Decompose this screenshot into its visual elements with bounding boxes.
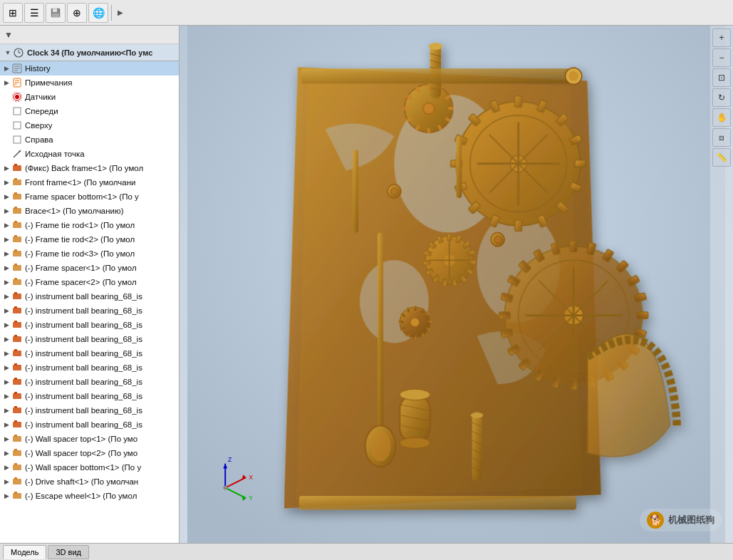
tree-expand-back_frame[interactable]: ▶ — [1, 163, 11, 173]
tree-item-wall_spacer_top2[interactable]: ▶(-) Wall spacer top<2> (По умо — [0, 446, 179, 460]
tree-expand-bearing7[interactable]: ▶ — [1, 377, 11, 387]
tree-item-frame_spacer1[interactable]: ▶(-) Frame spacer<1> (По умол — [0, 261, 179, 275]
tree-icon-wall_spacer_bottom1 — [11, 462, 23, 473]
tree-item-bearing7[interactable]: ▶(-) instrument ball bearing_68_is — [0, 375, 179, 389]
tree-item-bearing9[interactable]: ▶(-) instrument ball bearing_68_is — [0, 403, 179, 418]
tree-item-wall_spacer_bottom1[interactable]: ▶(-) Wall spacer bottom<1> (По у — [0, 460, 179, 475]
filter-icon: ▼ — [4, 30, 13, 40]
tree-expand-bearing4[interactable]: ▶ — [1, 334, 11, 344]
tree-item-frame_tie_rod2[interactable]: ▶(-) Frame tie rod<2> (По умол — [0, 232, 179, 247]
tree-item-escape_wheel1[interactable]: ▶(-) Escape wheel<1> (По умол — [0, 489, 179, 503]
tree-item-top[interactable]: Сверху — [0, 118, 179, 133]
tree-icon-front_frame — [11, 177, 23, 188]
tree-expand-drive_shaft1[interactable]: ▶ — [1, 477, 11, 487]
svg-rect-48 — [13, 351, 21, 356]
tree-expand-bearing2[interactable]: ▶ — [1, 306, 11, 316]
tree-expand-right[interactable] — [1, 135, 11, 145]
tree-item-brace[interactable]: ▶Brace<1> (По умолчанию) — [0, 204, 179, 218]
section-icon[interactable]: ⧈ — [712, 128, 731, 147]
tree-item-bearing10[interactable]: ▶(-) instrument ball bearing_68_is — [0, 418, 179, 432]
tree-item-front[interactable]: Спереди — [0, 104, 179, 118]
bottom-tab-3d-view[interactable]: 3D вид — [48, 545, 89, 559]
svg-rect-205 — [413, 334, 416, 339]
tree-expand-frame_spacer_bottom[interactable]: ▶ — [1, 192, 11, 202]
list-button[interactable]: ☰ — [24, 3, 44, 23]
pan-icon[interactable]: ✋ — [712, 108, 731, 127]
tree-expand-bearing8[interactable]: ▶ — [1, 391, 11, 401]
tree-expand-front[interactable] — [1, 106, 11, 116]
tree-expand-top[interactable] — [1, 120, 11, 130]
viewport[interactable]: X Y Z +−⊡↻✋⧈📏 🐕 机械图纸狗 — [180, 26, 733, 543]
bottom-tab-model[interactable]: Модель — [3, 545, 46, 559]
tree-expand-frame_tie_rod3[interactable]: ▶ — [1, 249, 11, 259]
tree-body[interactable]: ▶History▶AПримечанияДатчикиСпередиСверху… — [0, 61, 179, 543]
tree-item-bearing2[interactable]: ▶(-) instrument ball bearing_68_is — [0, 304, 179, 318]
tree-icon-drive_shaft1 — [11, 476, 23, 487]
tree-expand-wall_spacer_bottom1[interactable]: ▶ — [1, 462, 11, 472]
zoom-fit-icon[interactable]: ⊡ — [712, 68, 731, 87]
tree-expand-origin[interactable] — [1, 149, 11, 159]
tree-expand-notes[interactable]: ▶ — [1, 78, 11, 88]
tree-icon-notes: A — [11, 77, 23, 88]
tree-header-expand[interactable]: ▼ — [3, 48, 13, 58]
globe-button[interactable]: 🌐 — [88, 3, 108, 23]
svg-rect-59 — [14, 420, 17, 422]
tree-expand-escape_wheel1[interactable]: ▶ — [1, 491, 11, 501]
tree-expand-frame_spacer2[interactable]: ▶ — [1, 277, 11, 287]
tree-label-bearing1: (-) instrument ball bearing_68_is — [25, 292, 142, 301]
tree-item-bearing6[interactable]: ▶(-) instrument ball bearing_68_is — [0, 361, 179, 375]
svg-rect-67 — [14, 477, 17, 479]
tree-icon-bearing9 — [11, 405, 23, 416]
tree-item-wall_spacer_top1[interactable]: ▶(-) Wall spacer top<1> (По умо — [0, 432, 179, 446]
tree-item-frame_spacer2[interactable]: ▶(-) Frame spacer<2> (По умол — [0, 275, 179, 289]
svg-rect-37 — [14, 264, 17, 266]
tree-expand-bearing6[interactable]: ▶ — [1, 363, 11, 373]
tree-expand-bearing5[interactable]: ▶ — [1, 348, 11, 358]
svg-rect-50 — [13, 365, 21, 370]
tree-expand-bearing9[interactable]: ▶ — [1, 405, 11, 415]
tree-expand-front_frame[interactable]: ▶ — [1, 177, 11, 187]
tree-expand-bearing1[interactable]: ▶ — [1, 291, 11, 301]
tree-icon-bearing7 — [11, 376, 23, 388]
tree-expand-brace[interactable]: ▶ — [1, 206, 11, 216]
rotate-icon[interactable]: ↻ — [712, 88, 731, 107]
tree-expand-bearing10[interactable]: ▶ — [1, 420, 11, 430]
tree-item-back_frame[interactable]: ▶(Фикс) Back frame<1> (По умол — [0, 161, 179, 175]
tree-item-right[interactable]: Справа — [0, 133, 179, 147]
tree-expand-frame_tie_rod2[interactable]: ▶ — [1, 234, 11, 244]
tree-expand-wall_spacer_top2[interactable]: ▶ — [1, 448, 11, 458]
tree-item-bearing4[interactable]: ▶(-) instrument ball bearing_68_is — [0, 332, 179, 346]
tree-item-history[interactable]: ▶History — [0, 61, 179, 76]
tree-item-notes[interactable]: ▶AПримечания — [0, 76, 179, 90]
target-button[interactable]: ⊕ — [67, 3, 87, 23]
tree-item-bearing3[interactable]: ▶(-) instrument ball bearing_68_is — [0, 318, 179, 332]
tree-item-frame_tie_rod3[interactable]: ▶(-) Frame tie rod<3> (По умол — [0, 247, 179, 261]
svg-rect-57 — [14, 406, 17, 408]
toolbar-expand[interactable]: ▶ — [115, 3, 126, 23]
zoom-out-icon[interactable]: − — [712, 48, 731, 67]
tree-expand-frame_tie_rod1[interactable]: ▶ — [1, 220, 11, 230]
tree-expand-frame_spacer1[interactable]: ▶ — [1, 263, 11, 273]
tree-item-bearing1[interactable]: ▶(-) instrument ball bearing_68_is — [0, 289, 179, 304]
tree-item-drive_shaft1[interactable]: ▶(-) Drive shaft<1> (По умолчан — [0, 475, 179, 489]
svg-rect-31 — [14, 221, 17, 223]
tree-item-frame_spacer_bottom[interactable]: ▶Frame spacer bottom<1> (По у — [0, 190, 179, 204]
tree-label-frame_tie_rod1: (-) Frame tie rod<1> (По умол — [25, 221, 135, 229]
tree-expand-history[interactable]: ▶ — [1, 63, 11, 73]
measure-icon[interactable]: 📏 — [712, 148, 731, 167]
tree-expand-wall_spacer_top1[interactable]: ▶ — [1, 434, 11, 444]
tree-icon-history — [11, 63, 23, 74]
tree-item-sensors[interactable]: Датчики — [0, 90, 179, 104]
zoom-in-icon[interactable]: + — [712, 28, 731, 47]
tree-expand-bearing3[interactable]: ▶ — [1, 320, 11, 330]
tree-expand-sensors[interactable] — [1, 92, 11, 102]
save-button[interactable] — [46, 3, 66, 23]
tree-label-bearing4: (-) instrument ball bearing_68_is — [25, 335, 142, 343]
tree-item-front_frame[interactable]: ▶Front frame<1> (По умолчани — [0, 175, 179, 190]
tree-item-bearing8[interactable]: ▶(-) instrument ball bearing_68_is — [0, 389, 179, 403]
tree-item-bearing5[interactable]: ▶(-) instrument ball bearing_68_is — [0, 346, 179, 361]
svg-rect-51 — [14, 363, 17, 365]
tree-item-origin[interactable]: Исходная точка — [0, 147, 179, 161]
tree-item-frame_tie_rod1[interactable]: ▶(-) Frame tie rod<1> (По умол — [0, 218, 179, 232]
grid-button[interactable]: ⊞ — [3, 3, 23, 23]
